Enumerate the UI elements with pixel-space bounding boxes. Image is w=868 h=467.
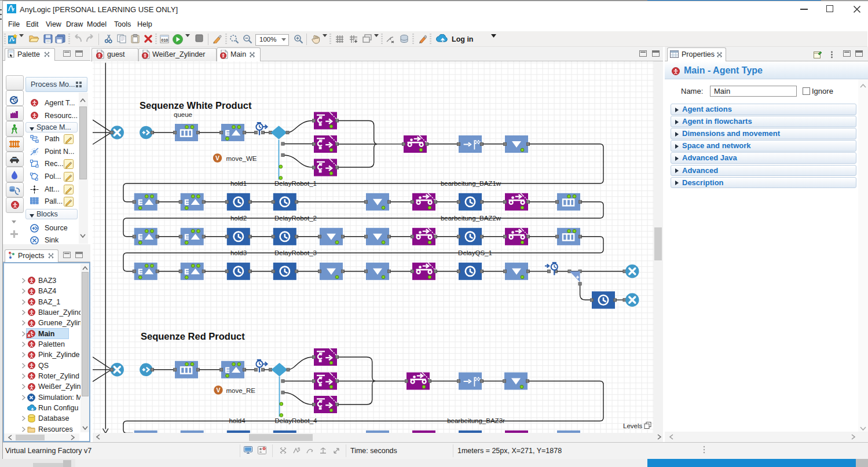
svg-text:hold4: hold4 — [229, 417, 246, 424]
svg-text:DelayRobot_3: DelayRobot_3 — [274, 249, 317, 256]
svg-text:move_WE: move_WE — [226, 155, 257, 161]
svg-text:DelayRobot_2: DelayRobot_2 — [274, 215, 317, 222]
svg-text:hold3: hold3 — [230, 249, 247, 256]
svg-text:010: 010 — [162, 38, 169, 42]
svg-text:DelayRobot_1: DelayRobot_1 — [274, 180, 317, 187]
svg-text:bearbeitung_BAZ1w: bearbeitung_BAZ1w — [441, 180, 501, 187]
svg-text:DelayQS_1: DelayQS_1 — [458, 249, 492, 256]
svg-text:move_RE: move_RE — [226, 387, 256, 394]
svg-text:bearbeitung_BAZ2w: bearbeitung_BAZ2w — [441, 215, 501, 222]
svg-text:queue: queue — [174, 111, 192, 118]
svg-text:Sequenze Red Product: Sequenze Red Product — [141, 330, 245, 341]
svg-text:V: V — [216, 387, 220, 394]
svg-text:V: V — [215, 155, 219, 161]
svg-text:bearbeitung_BAZ3r: bearbeitung_BAZ3r — [447, 417, 505, 424]
svg-text:hold2: hold2 — [230, 215, 247, 222]
svg-text:Levels: Levels — [623, 422, 642, 429]
svg-text:DelayRobot_4: DelayRobot_4 — [275, 417, 317, 424]
svg-text:Sequenze White Product: Sequenze White Product — [140, 100, 252, 110]
svg-text:hold1: hold1 — [230, 180, 247, 187]
